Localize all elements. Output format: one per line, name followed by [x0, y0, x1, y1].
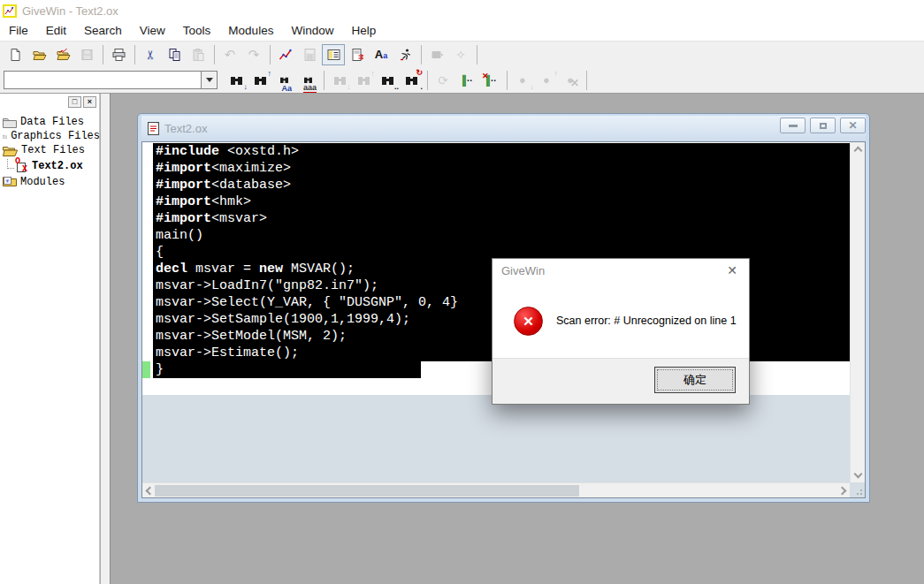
horizontal-scroll-thumb[interactable] [155, 485, 579, 497]
tree-item-modules[interactable]: ✳ Modules [0, 175, 100, 189]
scroll-right-icon[interactable] [838, 487, 847, 496]
redo-button[interactable]: ↷ [242, 44, 265, 65]
open-graphics-button[interactable] [51, 44, 74, 65]
dialog-footer: 确定 [493, 358, 749, 404]
binoculars-up-icon: ↑ [251, 72, 269, 88]
caret-line-marker [142, 361, 150, 378]
bookmark-next-icon: ●↓ [514, 72, 531, 88]
code-line-6[interactable]: main() [153, 227, 850, 244]
cut-button[interactable]: ✂ [139, 44, 162, 65]
close-button[interactable]: ✕ [840, 118, 866, 133]
workspace-tree: Data Files Graphics Files Text Files OX … [0, 115, 100, 189]
match-case-icon: Aa [275, 72, 293, 88]
wand-button[interactable]: ✧ [449, 44, 472, 65]
app-title: GiveWin - Text2.ox [22, 4, 118, 18]
code-line-14[interactable]: } [153, 361, 421, 378]
find-next-disabled-button[interactable]: ↓ [328, 70, 351, 91]
horizontal-scrollbar[interactable] [142, 482, 850, 497]
bookmark-next-button[interactable]: ●↓ [511, 70, 534, 91]
binoculars-down-gray-icon: ↓ [331, 72, 348, 88]
workspace-panel: □ × Data Files Graphics Files Text Files… [0, 94, 100, 584]
menu-help[interactable]: Help [342, 21, 385, 40]
menu-view[interactable]: View [131, 21, 174, 40]
ox-run-button[interactable] [425, 44, 448, 65]
restore-button[interactable] [810, 118, 836, 133]
vertical-scrollbar[interactable] [850, 142, 865, 482]
menu-modules[interactable]: Modules [219, 21, 282, 40]
running-person-icon [398, 48, 413, 62]
ox-run-icon [430, 48, 445, 62]
toolbar-separator [324, 71, 325, 90]
fonts-button[interactable]: Aa [370, 44, 393, 65]
scroll-up-icon[interactable] [854, 147, 863, 155]
tree-item-data-files[interactable]: Data Files [0, 115, 100, 129]
editor-lower-area [142, 395, 850, 482]
copy-button[interactable] [163, 44, 186, 65]
find-previous-button[interactable]: ↑ [248, 70, 271, 91]
menu-tools[interactable]: Tools [174, 21, 220, 40]
match-case-button[interactable]: Aa [272, 70, 295, 91]
editor-titlebar[interactable]: Text2.ox [141, 116, 866, 140]
workspace-toggle-button[interactable] [322, 44, 345, 65]
find-next-button[interactable]: ↓ [225, 70, 248, 91]
menu-file[interactable]: File [0, 21, 37, 40]
calculator-button[interactable] [298, 44, 321, 65]
new-document-button[interactable] [4, 44, 27, 65]
save-button[interactable] [75, 44, 98, 65]
minimize-icon [789, 125, 798, 127]
tree-item-graphics-files[interactable]: Graphics Files [0, 129, 100, 143]
bookmark-previous-icon: ●↑ [538, 72, 555, 88]
copy-icon [167, 48, 182, 62]
menu-window[interactable]: Window [282, 21, 342, 40]
app-icon [3, 4, 17, 18]
resize-grip[interactable] [854, 487, 862, 495]
whole-word-button[interactable]: aaa [296, 70, 319, 91]
binoculars-down-icon: ↓ [227, 72, 245, 88]
code-line-3[interactable]: #import<database> [153, 177, 850, 193]
paste-icon [191, 48, 206, 62]
bookmark-clear-button[interactable]: ●✕ [559, 70, 582, 91]
comment-icon: ∥·· [461, 74, 472, 86]
toolbar-separator [477, 45, 477, 64]
search-combobox[interactable] [4, 71, 218, 89]
panel-splitter[interactable] [101, 94, 111, 584]
uncomment-lines-button[interactable]: ∥··✕ [479, 70, 502, 91]
code-line-4[interactable]: #import<hmk> [153, 193, 850, 210]
search-input[interactable] [6, 72, 199, 87]
menu-edit[interactable]: Edit [37, 21, 75, 40]
results-document-button[interactable] [346, 44, 369, 65]
dialog-titlebar[interactable]: GiveWin ✕ [493, 259, 749, 282]
panel-close-button[interactable]: × [83, 96, 96, 108]
menu-search[interactable]: Search [75, 21, 131, 40]
fonts-icon: Aa [375, 49, 387, 60]
bookmark-previous-button[interactable]: ●↑ [535, 70, 558, 91]
run-button[interactable] [393, 44, 416, 65]
ok-button[interactable]: 确定 [654, 367, 736, 393]
find-in-files-button[interactable]: .. [376, 70, 399, 91]
dialog-close-button[interactable]: ✕ [715, 259, 749, 282]
chevron-down-icon [206, 78, 213, 82]
error-dialog: GiveWin ✕ ✕ Scan error: # Unrecognized o… [492, 258, 750, 405]
code-line-1[interactable]: #include <oxstd.h> [153, 143, 850, 160]
open-file-button[interactable] [27, 44, 50, 65]
results-document-icon [350, 48, 365, 62]
tree-item-text2-ox[interactable]: OX Text2.ox [0, 157, 100, 175]
panel-maximize-button[interactable]: □ [68, 96, 81, 108]
chart-icon [279, 48, 294, 62]
graphics-button[interactable] [274, 44, 297, 65]
print-button[interactable] [107, 44, 130, 65]
rescan-button[interactable]: ⟳ [431, 70, 454, 91]
scroll-down-icon[interactable] [854, 470, 863, 479]
closed-folder-icon [3, 117, 17, 128]
scroll-left-icon[interactable] [146, 487, 155, 496]
find-previous-disabled-button[interactable]: ↑ [352, 70, 375, 91]
paste-button[interactable] [187, 44, 210, 65]
comment-lines-button[interactable]: ∥·· [455, 70, 478, 91]
undo-button[interactable]: ↶ [218, 44, 241, 65]
code-line-2[interactable]: #import<maximize> [153, 160, 850, 177]
minimize-button[interactable] [780, 118, 806, 133]
code-line-5[interactable]: #import<msvar> [153, 210, 850, 227]
restore-icon [820, 123, 827, 129]
combo-dropdown-button[interactable] [201, 72, 217, 88]
find-replace-button[interactable]: ↻. [400, 70, 423, 91]
